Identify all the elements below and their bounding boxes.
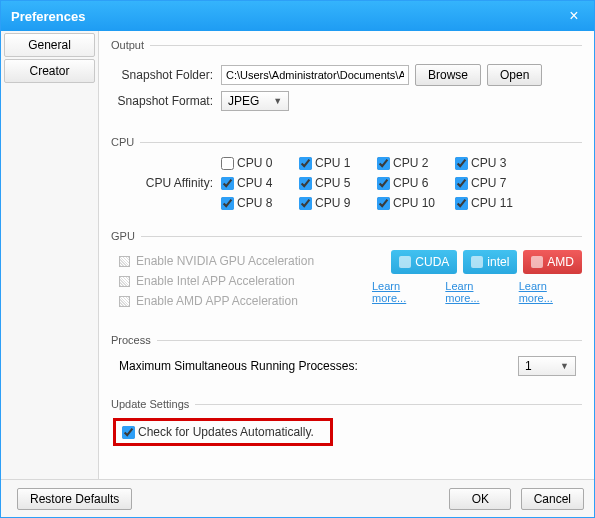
browse-button[interactable]: Browse: [415, 64, 481, 86]
footer: Restore Defaults OK Cancel: [1, 479, 594, 517]
learn-more-cuda-link[interactable]: Learn more...: [372, 280, 435, 304]
cancel-button[interactable]: Cancel: [521, 488, 584, 510]
max-processes-label: Maximum Simultaneous Running Processes:: [119, 359, 358, 373]
window-body: General Creator Output Snapshot Folder: …: [1, 31, 594, 479]
process-legend: Process: [111, 334, 157, 346]
snapshot-folder-input[interactable]: [221, 65, 409, 85]
cpu-3-checkbox[interactable]: CPU 3: [455, 156, 533, 170]
cpu-7-checkbox[interactable]: CPU 7: [455, 176, 533, 190]
close-icon[interactable]: ×: [564, 7, 584, 25]
cpu-affinity-label: CPU Affinity:: [111, 176, 221, 190]
output-group: Output Snapshot Folder: Browse Open Snap…: [111, 39, 582, 122]
ok-button[interactable]: OK: [449, 488, 511, 510]
cpu-4-checkbox[interactable]: CPU 4: [221, 176, 299, 190]
tab-creator[interactable]: Creator: [4, 59, 95, 83]
cpu-9-checkbox[interactable]: CPU 9: [299, 196, 377, 210]
update-group: Update Settings Check for Updates Automa…: [111, 398, 582, 452]
max-processes-select[interactable]: 1 ▼: [518, 356, 576, 376]
checkbox-disabled-icon: [119, 296, 130, 307]
cpu-legend: CPU: [111, 136, 140, 148]
cpu-10-checkbox[interactable]: CPU 10: [377, 196, 455, 210]
cpu-1-checkbox[interactable]: CPU 1: [299, 156, 377, 170]
output-legend: Output: [111, 39, 150, 51]
cpu-11-checkbox[interactable]: CPU 11: [455, 196, 533, 210]
learn-more-intel-link[interactable]: Learn more...: [445, 280, 508, 304]
titlebar: Preferences ×: [1, 1, 594, 31]
check-updates-checkbox[interactable]: Check for Updates Automatically.: [122, 425, 314, 439]
intel-icon: [471, 256, 483, 268]
gpu-intel-option: Enable Intel APP Acceleration: [119, 274, 372, 288]
cpu-8-checkbox[interactable]: CPU 8: [221, 196, 299, 210]
cpu-5-checkbox[interactable]: CPU 5: [299, 176, 377, 190]
cuda-button[interactable]: CUDA: [391, 250, 457, 274]
snapshot-format-label: Snapshot Format:: [111, 94, 221, 108]
cpu-group: CPU CPU 0 CPU 1 CPU 2 CPU 3 CPU Affinity…: [111, 136, 582, 216]
open-button[interactable]: Open: [487, 64, 542, 86]
gpu-group: GPU Enable NVIDIA GPU Acceleration Enabl…: [111, 230, 582, 320]
window-title: Preferences: [11, 9, 85, 24]
chevron-down-icon: ▼: [273, 96, 282, 106]
process-group: Process Maximum Simultaneous Running Pro…: [111, 334, 582, 384]
amd-button[interactable]: AMD: [523, 250, 582, 274]
gpu-amd-option: Enable AMD APP Acceleration: [119, 294, 372, 308]
update-highlight: Check for Updates Automatically.: [113, 418, 333, 446]
preferences-window: Preferences × General Creator Output Sna…: [0, 0, 595, 518]
cuda-icon: [399, 256, 411, 268]
learn-more-amd-link[interactable]: Learn more...: [519, 280, 582, 304]
cpu-6-checkbox[interactable]: CPU 6: [377, 176, 455, 190]
snapshot-folder-label: Snapshot Folder:: [111, 68, 221, 82]
gpu-nvidia-option: Enable NVIDIA GPU Acceleration: [119, 254, 372, 268]
tab-general[interactable]: General: [4, 33, 95, 57]
snapshot-format-select[interactable]: JPEG ▼: [221, 91, 289, 111]
snapshot-format-value: JPEG: [228, 94, 259, 108]
intel-button[interactable]: intel: [463, 250, 517, 274]
amd-icon: [531, 256, 543, 268]
max-processes-value: 1: [525, 359, 532, 373]
cpu-0-checkbox[interactable]: CPU 0: [221, 156, 299, 170]
sidebar: General Creator: [1, 31, 99, 479]
main-panel: Output Snapshot Folder: Browse Open Snap…: [99, 31, 594, 479]
update-legend: Update Settings: [111, 398, 195, 410]
gpu-legend: GPU: [111, 230, 141, 242]
checkbox-disabled-icon: [119, 276, 130, 287]
cpu-2-checkbox[interactable]: CPU 2: [377, 156, 455, 170]
checkbox-disabled-icon: [119, 256, 130, 267]
chevron-down-icon: ▼: [560, 361, 569, 371]
restore-defaults-button[interactable]: Restore Defaults: [17, 488, 132, 510]
